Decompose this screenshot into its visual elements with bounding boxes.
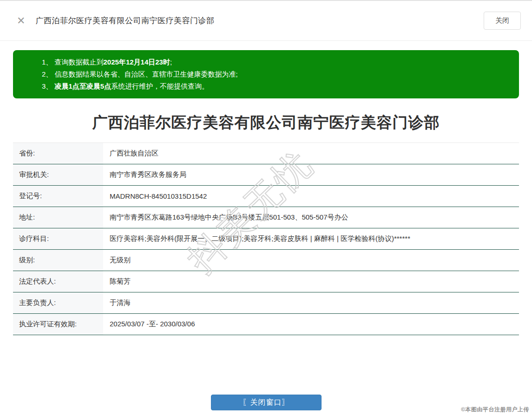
copyright-note: ©本图由平台注册用户上传 (461, 406, 529, 414)
row-label: 执业许可证有效期: (13, 314, 103, 335)
row-label: 主要负责人: (13, 292, 103, 313)
row-value: MADRN8CH-845010315D1542 (103, 192, 207, 200)
notice-line: 2、 信息数据结果以各省、自治区、直辖市卫生健康委数据为准; (42, 68, 510, 80)
row-value: 医疗美容科;美容外科(限开展一、二级项目);美容牙科;美容皮肤科 | 麻醉科 |… (103, 234, 410, 243)
header-bar: ✕ 广西泊菲尔医疗美容有限公司南宁医疗美容门诊部 关闭 (0, 1, 532, 41)
close-window-button[interactable]: 〖关闭窗口〗 (211, 395, 322, 410)
notice-line: 3、 凌晨1点至凌晨5点系统进行维护，不能提供查询。 (42, 80, 510, 92)
row-value: 2025/03/07 -至- 2030/03/06 (103, 320, 195, 329)
dialog-page: ✕ 广西泊菲尔医疗美容有限公司南宁医疗美容门诊部 关闭 1、 查询数据截止到20… (0, 0, 532, 415)
table-row: 省份:广西壮族自治区 (13, 143, 519, 164)
row-label: 法定代表人: (13, 271, 103, 292)
table-row: 地址:南宁市青秀区东葛路163号绿地中央广场B3号楼五层501-503、505-… (13, 207, 519, 228)
row-label: 审批机关: (13, 164, 103, 185)
row-label: 登记号: (13, 186, 103, 207)
table-row: 执业许可证有效期:2025/03/07 -至- 2030/03/06 (13, 314, 519, 335)
header-title: 广西泊菲尔医疗美容有限公司南宁医疗美容门诊部 (35, 15, 214, 26)
row-label: 地址: (13, 207, 103, 228)
close-icon[interactable]: ✕ (17, 16, 25, 26)
table-row: 级别:无级别 (13, 250, 519, 271)
row-label: 级别: (13, 250, 103, 271)
row-value: 广西壮族自治区 (103, 149, 158, 158)
row-value: 于清海 (103, 298, 131, 307)
table-row: 主要负责人:于清海 (13, 292, 519, 314)
close-button[interactable]: 关闭 (484, 12, 521, 30)
row-value: 陈菊芳 (103, 277, 131, 286)
footer: 〖关闭窗口〗 (0, 395, 532, 410)
table-row: 审批机关:南宁市青秀区政务服务局 (13, 164, 519, 186)
row-value: 南宁市青秀区政务服务局 (103, 170, 186, 179)
notice-line: 1、 查询数据截止到2025年12月14日23时; (42, 56, 510, 68)
page-title: 广西泊菲尔医疗美容有限公司南宁医疗美容门诊部 (0, 112, 532, 133)
notice-box: 1、 查询数据截止到2025年12月14日23时;2、 信息数据结果以各省、自治… (13, 50, 519, 98)
table-row: 法定代表人:陈菊芳 (13, 271, 519, 292)
table-row: 登记号:MADRN8CH-845010315D1542 (13, 186, 519, 207)
table-row: 诊疗科目:医疗美容科;美容外科(限开展一、二级项目);美容牙科;美容皮肤科 | … (13, 228, 519, 250)
info-table: 省份:广西壮族自治区审批机关:南宁市青秀区政务服务局登记号:MADRN8CH-8… (13, 143, 519, 335)
row-value: 无级别 (103, 256, 131, 265)
row-label: 省份: (13, 143, 103, 164)
row-label: 诊疗科目: (13, 228, 103, 249)
row-value: 南宁市青秀区东葛路163号绿地中央广场B3号楼五层501-503、505-507… (103, 213, 348, 222)
